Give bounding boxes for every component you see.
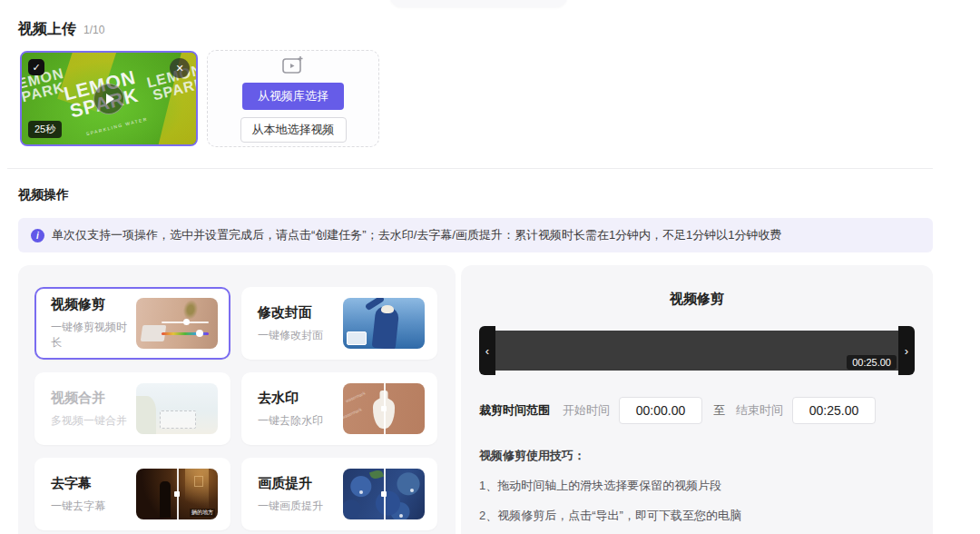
op-card-text: 视频修剪 一键修剪视频时长 <box>51 296 136 351</box>
op-card-change-cover[interactable]: 修改封面 一键修改封面 <box>241 287 437 360</box>
op-card-title: 去字幕 <box>51 475 105 492</box>
timeline-track[interactable] <box>495 331 898 371</box>
start-time-input[interactable] <box>619 397 702 424</box>
start-time-label: 开始时间 <box>563 402 610 419</box>
op-thumb-quality-enhance <box>343 469 425 519</box>
op-card-subtitle: 一键修改封面 <box>258 328 323 343</box>
operations-card-grid: 视频修剪 一键修剪视频时长 修改封面 一键修改封面 视频合并 多视频一键合并 去… <box>18 265 456 534</box>
upload-section-title: 视频上传 <box>18 20 76 39</box>
op-card-subtitle: 一键画质提升 <box>258 499 323 514</box>
op-card-video-merge: 视频合并 多视频一键合并 <box>34 372 230 445</box>
to-label: 至 <box>713 402 725 419</box>
trim-tips-title: 视频修剪使用技巧： <box>479 448 915 464</box>
play-icon <box>106 94 114 104</box>
op-thumb-remove-subtitles: 躺的地方 <box>136 469 218 519</box>
video-selected-checkbox[interactable]: ✓ <box>28 59 44 75</box>
operations-section-header: 视频操作 <box>18 187 69 203</box>
trim-tip-2: 2、视频修剪后，点击“导出”，即可下载至您的电脑 <box>479 508 915 524</box>
op-thumb-change-cover <box>343 298 425 349</box>
top-cutoff-pill <box>390 0 567 7</box>
upload-count: 1/10 <box>83 24 104 36</box>
select-from-local-button[interactable]: 从本地选择视频 <box>240 117 347 143</box>
op-card-title: 视频修剪 <box>51 296 136 313</box>
op-card-title: 视频合并 <box>51 390 127 407</box>
op-card-text: 去水印 一键去除水印 <box>258 390 323 429</box>
end-time-label: 结束时间 <box>736 402 783 419</box>
op-card-text: 画质提升 一键画质提升 <box>258 475 323 514</box>
operations-notice-banner: i 单次仅支持一项操作，选中并设置完成后，请点击“创建任务”；去水印/去字幕/画… <box>18 218 933 252</box>
end-time-input[interactable] <box>792 397 876 424</box>
select-from-library-button[interactable]: 从视频库选择 <box>242 83 344 110</box>
video-trim-panel: 视频修剪 ‹ › 00:25.00 裁剪时间范围 开始时间 至 结束时间 视频修… <box>461 265 933 534</box>
op-card-subtitle: 一键去除水印 <box>258 413 323 429</box>
check-icon: ✓ <box>32 62 40 74</box>
timeline-right-handle[interactable]: › <box>898 326 915 375</box>
trim-range-label: 裁剪时间范围 <box>479 402 550 419</box>
op-card-title: 修改封面 <box>258 304 323 321</box>
close-icon: ✕ <box>175 63 183 74</box>
op-card-video-trim[interactable]: 视频修剪 一键修剪视频时长 <box>34 287 230 360</box>
upload-dropzone[interactable]: 从视频库选择 从本地选择视频 <box>207 50 379 147</box>
op-card-subtitle: 一键去字幕 <box>51 499 105 514</box>
op-card-text: 修改封面 一键修改封面 <box>258 304 323 343</box>
play-video-button[interactable] <box>93 84 124 114</box>
op-card-text: 视频合并 多视频一键合并 <box>51 390 127 429</box>
trim-timeline: ‹ › 00:25.00 <box>479 326 915 375</box>
op-card-title: 画质提升 <box>258 475 323 492</box>
op-card-title: 去水印 <box>258 390 323 407</box>
video-duration-badge: 25秒 <box>28 121 62 138</box>
op-card-text: 去字幕 一键去字幕 <box>51 475 105 514</box>
video-add-icon <box>282 55 304 75</box>
op-card-remove-watermark[interactable]: 去水印 一键去除水印 watermarkwatermark <box>241 372 437 445</box>
op-thumb-video-merge <box>136 383 218 434</box>
trim-panel-title: 视频修剪 <box>479 291 915 308</box>
notice-text: 单次仅支持一项操作，选中并设置完成后，请点击“创建任务”；去水印/去字幕/画质提… <box>52 227 782 243</box>
info-icon: i <box>31 229 44 242</box>
section-divider <box>7 168 933 169</box>
op-thumb-remove-watermark: watermarkwatermark <box>343 383 425 434</box>
chevron-left-icon: ‹ <box>485 344 489 358</box>
remove-video-button[interactable]: ✕ <box>170 58 190 78</box>
op-thumb-video-trim <box>136 298 218 349</box>
op-card-remove-subtitles[interactable]: 去字幕 一键去字幕 躺的地方 <box>34 458 230 530</box>
timeline-time-badge: 00:25.00 <box>847 355 897 370</box>
timeline-left-handle[interactable]: ‹ <box>479 326 495 375</box>
chevron-right-icon: › <box>905 344 908 358</box>
op-card-subtitle: 一键修剪视频时长 <box>51 320 136 351</box>
upload-section-header: 视频上传 1/10 <box>18 20 104 39</box>
uploaded-video-thumbnail[interactable]: LEMONSPARK LEMONSPARK LEMONSPARK SPARKLI… <box>20 51 198 146</box>
trim-tip-1: 1、拖动时间轴上的滑块选择要保留的视频片段 <box>479 478 915 494</box>
op-card-quality-enhance[interactable]: 画质提升 一键画质提升 <box>241 458 437 530</box>
trim-range-row: 裁剪时间范围 开始时间 至 结束时间 <box>479 397 915 424</box>
op-card-subtitle: 多视频一键合并 <box>51 413 127 429</box>
thumb-subtitle-caption: 躺的地方 <box>190 509 215 517</box>
operations-section-title: 视频操作 <box>18 187 69 203</box>
